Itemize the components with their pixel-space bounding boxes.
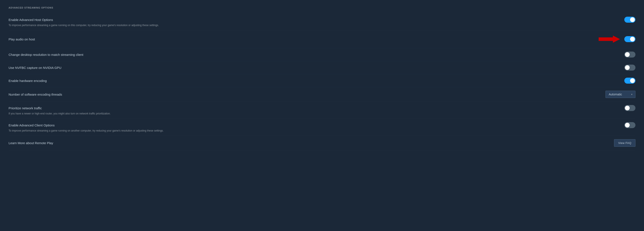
- red-arrow-icon: [599, 34, 620, 44]
- settings-container: ADVANCED STREAMING OPTIONS Enable Advanc…: [0, 0, 644, 157]
- enable-hardware-encoding-label: Enable hardware encoding: [8, 79, 47, 82]
- use-nvfbc-label: Use NVFBC capture on NVIDIA GPU: [8, 66, 62, 70]
- change-desktop-resolution-label: Change desktop resolution to match strea…: [8, 53, 83, 56]
- change-desktop-resolution-row: Change desktop resolution to match strea…: [8, 48, 636, 61]
- learn-more-row: Learn More about Remote Play View FAQ: [8, 136, 636, 150]
- software-encoding-threads-dropdown-wrapper: Automatic 1 2 4 8: [606, 91, 636, 98]
- software-encoding-threads-row: Number of software encoding threads Auto…: [8, 87, 636, 102]
- section-title: ADVANCED STREAMING OPTIONS: [8, 6, 636, 9]
- enable-advanced-host-row: Enable Advanced Host Options To improve …: [8, 13, 636, 30]
- enable-advanced-host-label: Enable Advanced Host Options: [8, 18, 53, 22]
- use-nvfbc-row: Use NVFBC capture on NVIDIA GPU: [8, 61, 636, 74]
- enable-advanced-client-toggle[interactable]: [624, 122, 636, 128]
- svg-marker-0: [599, 36, 620, 42]
- prioritize-network-row: Prioritize network traffic If you have a…: [8, 102, 636, 119]
- use-nvfbc-toggle[interactable]: [624, 64, 636, 70]
- view-faq-button[interactable]: View FAQ: [614, 139, 636, 147]
- enable-advanced-host-description: To improve performance streaming a game …: [8, 24, 159, 27]
- enable-advanced-client-description: To improve performance streaming a game …: [8, 129, 164, 132]
- play-audio-on-host-label: Play audio on host: [8, 38, 35, 41]
- software-encoding-threads-label: Number of software encoding threads: [8, 92, 62, 96]
- change-desktop-resolution-toggle[interactable]: [624, 52, 636, 58]
- software-encoding-threads-dropdown[interactable]: Automatic 1 2 4 8: [606, 91, 636, 98]
- prioritize-network-label: Prioritize network traffic: [8, 106, 42, 110]
- prioritize-network-toggle[interactable]: [624, 105, 636, 111]
- enable-hardware-encoding-row: Enable hardware encoding: [8, 74, 636, 87]
- learn-more-label: Learn More about Remote Play: [8, 141, 53, 145]
- play-audio-on-host-row: Play audio on host: [8, 30, 636, 48]
- play-audio-on-host-toggle[interactable]: [624, 36, 636, 42]
- prioritize-network-description: If you have a newer or high-end router, …: [8, 112, 110, 115]
- enable-hardware-encoding-toggle[interactable]: [624, 78, 636, 84]
- enable-advanced-client-row: Enable Advanced Client Options To improv…: [8, 119, 636, 136]
- enable-advanced-host-toggle[interactable]: [624, 17, 636, 23]
- enable-advanced-client-label: Enable Advanced Client Options: [8, 124, 54, 127]
- play-audio-toggle-area: [599, 34, 636, 44]
